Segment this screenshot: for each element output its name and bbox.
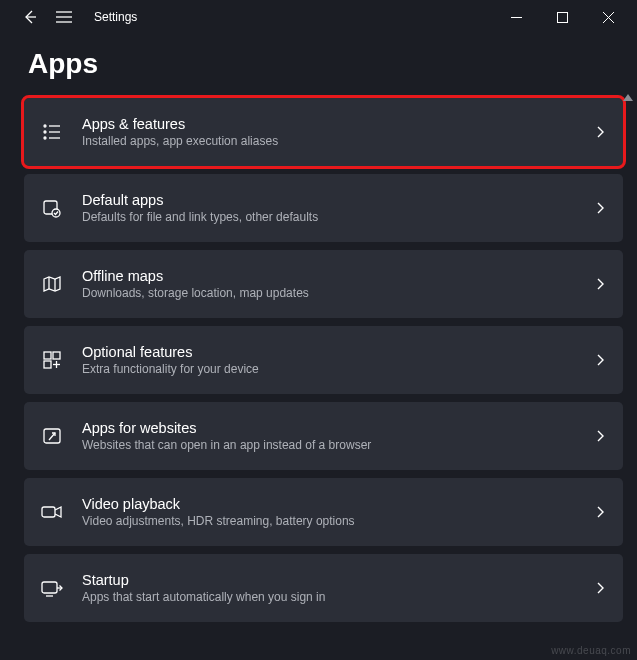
maximize-button[interactable] [539, 2, 585, 32]
settings-item-text: Video playback Video adjustments, HDR st… [82, 496, 575, 528]
settings-item-text: Optional features Extra functionality fo… [82, 344, 575, 376]
startup-icon [40, 576, 64, 600]
chevron-right-icon [593, 201, 607, 215]
settings-list: Apps & features Installed apps, app exec… [0, 98, 637, 624]
settings-item-subtitle: Defaults for file and link types, other … [82, 210, 575, 224]
hamburger-icon [56, 11, 72, 23]
apps-websites-icon [40, 424, 64, 448]
settings-item-title: Startup [82, 572, 575, 588]
settings-item-video-playback[interactable]: Video playback Video adjustments, HDR st… [24, 478, 623, 546]
apps-features-icon [40, 120, 64, 144]
titlebar-left: Settings [0, 5, 137, 29]
chevron-right-icon [593, 353, 607, 367]
settings-item-subtitle: Installed apps, app execution aliases [82, 134, 575, 148]
chevron-right-icon [593, 429, 607, 443]
chevron-right-icon [593, 581, 607, 595]
settings-item-title: Apps & features [82, 116, 575, 132]
svg-point-9 [44, 131, 46, 133]
svg-point-11 [44, 137, 46, 139]
settings-item-subtitle: Apps that start automatically when you s… [82, 590, 575, 604]
settings-item-text: Startup Apps that start automatically wh… [82, 572, 575, 604]
page-title: Apps [0, 34, 637, 98]
settings-item-title: Optional features [82, 344, 575, 360]
back-button[interactable] [18, 5, 42, 29]
settings-item-subtitle: Websites that can open in an app instead… [82, 438, 575, 452]
svg-rect-24 [42, 582, 57, 593]
settings-item-apps-websites[interactable]: Apps for websites Websites that can open… [24, 402, 623, 470]
watermark: www.deuaq.com [551, 645, 631, 656]
settings-item-subtitle: Video adjustments, HDR streaming, batter… [82, 514, 575, 528]
chevron-up-icon [623, 94, 633, 101]
close-button[interactable] [585, 2, 631, 32]
svg-rect-18 [53, 352, 60, 359]
svg-point-7 [44, 125, 46, 127]
maximize-icon [557, 12, 568, 23]
svg-rect-17 [44, 352, 51, 359]
default-apps-icon [40, 196, 64, 220]
optional-features-icon [40, 348, 64, 372]
settings-item-startup[interactable]: Startup Apps that start automatically wh… [24, 554, 623, 622]
window-title: Settings [94, 10, 137, 24]
video-playback-icon [40, 500, 64, 524]
close-icon [603, 12, 614, 23]
settings-item-apps-features[interactable]: Apps & features Installed apps, app exec… [24, 98, 623, 166]
svg-rect-23 [42, 507, 55, 517]
offline-maps-icon [40, 272, 64, 296]
settings-item-default-apps[interactable]: Default apps Defaults for file and link … [24, 174, 623, 242]
titlebar: Settings [0, 0, 637, 34]
chevron-right-icon [593, 125, 607, 139]
menu-button[interactable] [52, 5, 76, 29]
svg-rect-19 [44, 361, 51, 368]
settings-item-text: Apps for websites Websites that can open… [82, 420, 575, 452]
settings-item-subtitle: Extra functionality for your device [82, 362, 575, 376]
arrow-left-icon [22, 9, 38, 25]
minimize-icon [511, 12, 522, 23]
settings-item-title: Apps for websites [82, 420, 575, 436]
chevron-right-icon [593, 505, 607, 519]
minimize-button[interactable] [493, 2, 539, 32]
settings-item-text: Apps & features Installed apps, app exec… [82, 116, 575, 148]
settings-item-optional-features[interactable]: Optional features Extra functionality fo… [24, 326, 623, 394]
svg-rect-4 [557, 12, 567, 22]
settings-item-title: Offline maps [82, 268, 575, 284]
settings-item-subtitle: Downloads, storage location, map updates [82, 286, 575, 300]
settings-item-title: Video playback [82, 496, 575, 512]
settings-item-text: Offline maps Downloads, storage location… [82, 268, 575, 300]
settings-item-offline-maps[interactable]: Offline maps Downloads, storage location… [24, 250, 623, 318]
settings-item-title: Default apps [82, 192, 575, 208]
settings-item-text: Default apps Defaults for file and link … [82, 192, 575, 224]
scrollbar-up-arrow[interactable] [623, 94, 633, 101]
chevron-right-icon [593, 277, 607, 291]
